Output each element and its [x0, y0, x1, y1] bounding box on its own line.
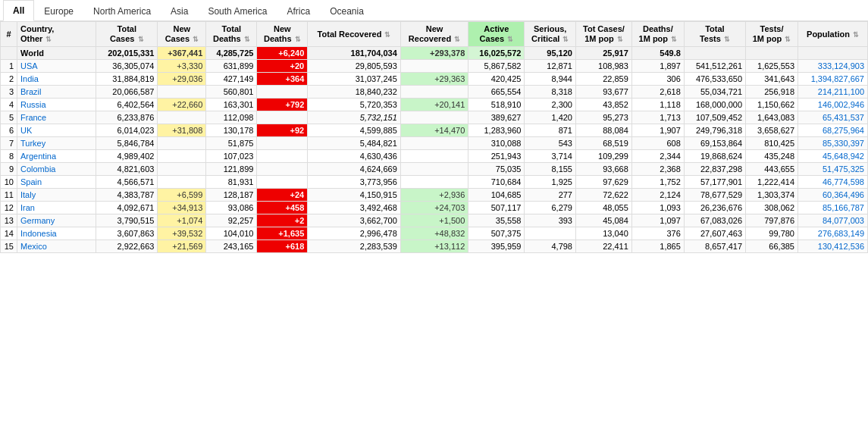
world-tot-cases-1m: 25,917 [575, 47, 631, 60]
row-new-recovered: +1,500 [400, 214, 468, 227]
row-deaths-1m: 2,344 [631, 150, 684, 163]
row-new-deaths [257, 137, 308, 150]
row-tests-1m: 810,425 [746, 137, 798, 150]
row-deaths-1m: 1,713 [631, 111, 684, 124]
row-total-recovered: 5,720,353 [308, 99, 401, 111]
tab-africa[interactable]: Africa [277, 1, 320, 21]
world-new-cases: +367,441 [158, 47, 206, 60]
row-serious: 543 [525, 137, 576, 150]
row-serious: 1,925 [525, 176, 576, 189]
row-tests-1m: 99,780 [746, 227, 798, 240]
col-new-cases[interactable]: NewCases ⇅ [158, 22, 206, 47]
row-population: 65,431,537 [798, 111, 868, 124]
row-total-tests: 8,657,417 [684, 240, 745, 253]
table-row: 13 Germany 3,790,515 +1,074 92,257 +2 3,… [1, 214, 868, 227]
row-total-deaths: 121,899 [206, 163, 257, 176]
row-tot-cases-1m: 22,411 [575, 240, 631, 253]
row-new-deaths: +1,635 [257, 227, 308, 240]
row-population: 85,166,787 [798, 202, 868, 214]
row-num: 3 [1, 86, 17, 99]
tab-europe[interactable]: Europe [34, 1, 83, 21]
row-population: 45,648,942 [798, 150, 868, 163]
row-population: 51,475,325 [798, 163, 868, 176]
row-serious: 1,420 [525, 111, 576, 124]
col-total-deaths[interactable]: TotalDeaths ⇅ [206, 22, 257, 47]
row-total-cases: 3,790,515 [96, 214, 158, 227]
row-total-recovered: 29,805,593 [308, 60, 401, 73]
world-tests-1m [746, 47, 798, 60]
row-total-tests: 107,509,452 [684, 111, 745, 124]
row-total-cases: 6,014,023 [96, 124, 158, 137]
world-country: World [17, 47, 96, 60]
row-new-deaths: +792 [257, 99, 308, 111]
world-active-cases: 16,025,572 [468, 47, 525, 60]
row-tot-cases-1m: 97,629 [575, 176, 631, 189]
row-total-deaths: 128,187 [206, 189, 257, 202]
row-population: 46,774,598 [798, 176, 868, 189]
row-new-deaths: +364 [257, 73, 308, 86]
col-total-cases[interactable]: TotalCases ⇅ [96, 22, 158, 47]
row-new-recovered: +24,703 [400, 202, 468, 214]
row-num: 8 [1, 150, 17, 163]
row-deaths-1m: 1,865 [631, 240, 684, 253]
row-total-recovered: 5,732,151 [308, 111, 401, 124]
row-deaths-1m: 306 [631, 73, 684, 86]
col-country[interactable]: Country,Other ⇅ [17, 22, 96, 47]
world-new-recovered: +293,378 [400, 47, 468, 60]
col-new-deaths[interactable]: NewDeaths ⇅ [257, 22, 308, 47]
row-new-cases: +29,036 [158, 73, 206, 86]
row-total-deaths: 560,801 [206, 86, 257, 99]
row-tot-cases-1m: 22,859 [575, 73, 631, 86]
row-total-tests: 67,083,026 [684, 214, 745, 227]
tab-all[interactable]: All [3, 0, 34, 21]
row-country: Indonesia [17, 227, 96, 240]
row-serious: 277 [525, 189, 576, 202]
row-tot-cases-1m: 93,668 [575, 163, 631, 176]
world-total-cases: 202,015,331 [96, 47, 158, 60]
tab-south-america[interactable]: South America [198, 1, 277, 21]
row-new-recovered [400, 86, 468, 99]
col-num[interactable]: # [1, 22, 17, 47]
row-tot-cases-1m: 93,677 [575, 86, 631, 99]
row-num: 6 [1, 124, 17, 137]
row-total-tests: 78,677,529 [684, 189, 745, 202]
tab-asia[interactable]: Asia [161, 1, 198, 21]
row-new-cases: +22,660 [158, 99, 206, 111]
row-new-cases [158, 86, 206, 99]
col-new-recovered[interactable]: NewRecovered ⇅ [400, 22, 468, 47]
col-active-cases[interactable]: ActiveCases ⇅ [468, 22, 525, 47]
row-tot-cases-1m: 48,055 [575, 202, 631, 214]
row-tests-1m: 797,876 [746, 214, 798, 227]
col-total-tests[interactable]: TotalTests ⇅ [684, 22, 745, 47]
row-new-deaths [257, 163, 308, 176]
world-total-tests [684, 47, 745, 60]
row-new-recovered [400, 111, 468, 124]
col-population[interactable]: Population ⇅ [798, 22, 868, 47]
row-serious: 8,318 [525, 86, 576, 99]
tab-north-america[interactable]: North America [83, 1, 161, 21]
row-new-recovered [400, 150, 468, 163]
row-num: 5 [1, 111, 17, 124]
row-total-tests: 57,177,901 [684, 176, 745, 189]
row-total-tests: 22,837,298 [684, 163, 745, 176]
col-total-recovered[interactable]: Total Recovered ⇅ [308, 22, 401, 47]
row-tests-1m: 1,625,553 [746, 60, 798, 73]
row-new-recovered: +14,470 [400, 124, 468, 137]
col-deaths-1m[interactable]: Deaths/1M pop ⇅ [631, 22, 684, 47]
row-deaths-1m: 1,907 [631, 124, 684, 137]
row-total-cases: 31,884,819 [96, 73, 158, 86]
col-tests-1m[interactable]: Tests/1M pop ⇅ [746, 22, 798, 47]
row-num: 9 [1, 163, 17, 176]
world-row: World 202,015,331 +367,441 4,285,725 +6,… [1, 47, 868, 60]
world-total-recovered: 181,704,034 [308, 47, 401, 60]
row-new-deaths [257, 111, 308, 124]
row-tests-1m: 3,658,627 [746, 124, 798, 137]
row-total-tests: 19,868,624 [684, 150, 745, 163]
row-new-recovered [400, 60, 468, 73]
col-serious[interactable]: Serious,Critical ⇅ [525, 22, 576, 47]
row-new-cases [158, 137, 206, 150]
row-new-cases: +3,330 [158, 60, 206, 73]
col-tot-cases-1m[interactable]: Tot Cases/1M pop ⇅ [575, 22, 631, 47]
tab-oceania[interactable]: Oceania [320, 1, 374, 21]
row-tests-1m: 443,655 [746, 163, 798, 176]
